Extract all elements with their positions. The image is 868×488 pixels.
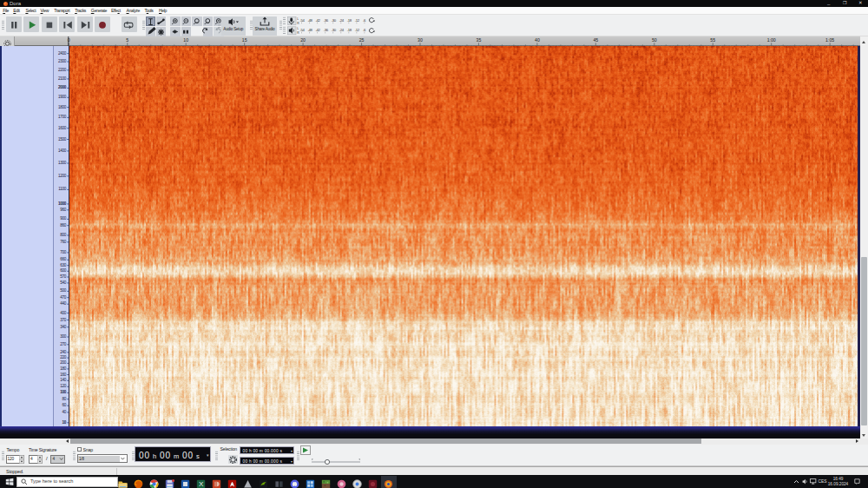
svg-text:X: X	[199, 480, 204, 488]
